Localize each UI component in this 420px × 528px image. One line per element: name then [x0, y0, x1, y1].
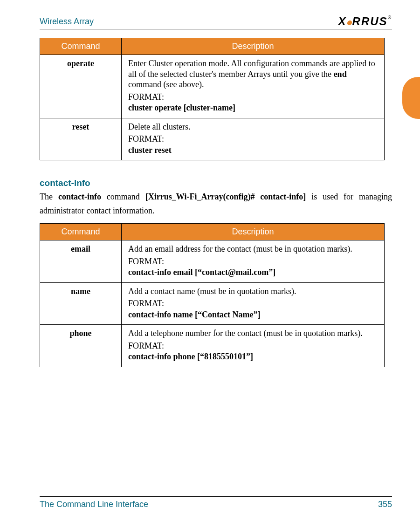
command-description: Delete all clusters. FORMAT: cluster res… — [122, 118, 385, 160]
table-row: operate Enter Cluster operation mode. Al… — [40, 55, 385, 118]
footer-page-number: 355 — [378, 500, 392, 509]
intro-text: command — [101, 192, 145, 201]
cluster-commands-table: Command Description operate Enter Cluste… — [40, 38, 385, 160]
format-label: FORMAT: — [128, 92, 378, 103]
table-row: reset Delete all clusters. FORMAT: clust… — [40, 118, 385, 160]
desc-bold: end — [334, 69, 347, 79]
brand-logo: XRRUS® — [338, 14, 392, 28]
table-header-description: Description — [122, 224, 385, 240]
table-row: phone Add a telephone number for the con… — [40, 325, 385, 367]
command-description: Enter Cluster operation mode. All config… — [122, 55, 385, 118]
desc-text: Add an email address for the contact (mu… — [128, 244, 378, 254]
format-value: contact-info email [“contact@mail.com”] — [128, 267, 378, 278]
command-description: Add a telephone number for the contact (… — [122, 325, 385, 367]
section-intro: The contact-info command [Xirrus_Wi-Fi_A… — [40, 190, 392, 218]
table-row: email Add an email address for the conta… — [40, 240, 385, 283]
table-header-command: Command — [40, 38, 122, 55]
format-label: FORMAT: — [128, 298, 378, 309]
desc-text: command (see above). — [128, 80, 204, 89]
command-name: phone — [40, 325, 122, 367]
header-title: Wireless Array — [40, 14, 94, 27]
desc-text: Add a contact name (must be in quotation… — [128, 286, 378, 297]
table-header-description: Description — [122, 38, 385, 55]
format-value: contact-info name [“Contact Name”] — [128, 309, 378, 320]
format-value: contact-info phone [“8185550101”] — [128, 351, 378, 362]
command-description: Add a contact name (must be in quotation… — [122, 282, 385, 325]
footer-section-title: The Command Line Interface — [40, 500, 148, 509]
desc-text: Add a telephone number for the contact (… — [128, 328, 378, 339]
format-label: FORMAT: — [128, 341, 378, 351]
command-name: reset — [40, 118, 122, 160]
page-header: Wireless Array XRRUS® — [40, 14, 392, 29]
format-value: cluster reset — [128, 145, 378, 156]
page-side-tab — [402, 77, 420, 119]
intro-bold: contact-info — [58, 192, 101, 201]
command-name: operate — [40, 55, 122, 118]
intro-bold: [Xirrus_Wi-Fi_Array(config)# contact-inf… — [145, 192, 306, 201]
format-label: FORMAT: — [128, 256, 378, 267]
command-name: name — [40, 282, 122, 325]
intro-text: The — [40, 192, 58, 201]
table-row: name Add a contact name (must be in quot… — [40, 282, 385, 325]
format-value: cluster operate [cluster-name] — [128, 103, 378, 113]
desc-text: Delete all clusters. — [128, 122, 378, 132]
format-label: FORMAT: — [128, 134, 378, 144]
section-heading: contact-info — [40, 178, 392, 188]
command-description: Add an email address for the contact (mu… — [122, 240, 385, 283]
table-header-command: Command — [40, 224, 122, 240]
command-name: email — [40, 240, 122, 283]
page-footer: The Command Line Interface 355 — [40, 496, 392, 509]
contact-info-commands-table: Command Description email Add an email a… — [40, 223, 385, 367]
